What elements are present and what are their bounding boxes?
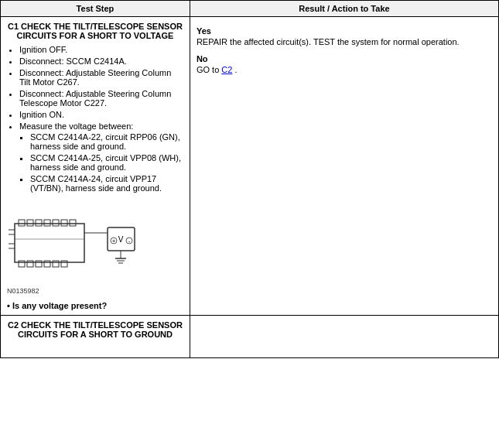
table-row: C1 CHECK THE TILT/TELESCOPE SENSOR CIRCU… — [1, 17, 499, 316]
circuit-diagram: V + - — [7, 200, 162, 286]
list-item: Ignition ON. — [19, 110, 183, 119]
svg-rect-12 — [53, 261, 59, 267]
svg-rect-11 — [44, 261, 50, 267]
svg-rect-7 — [70, 220, 76, 226]
list-item: SCCM C2414A-25, circuit VPP08 (WH), harn… — [30, 153, 183, 172]
svg-rect-9 — [27, 261, 33, 267]
svg-text:V: V — [118, 235, 124, 244]
svg-rect-10 — [36, 261, 42, 267]
svg-rect-4 — [44, 220, 50, 226]
c1-content: Ignition OFF. Disconnect: SCCM C2414A. D… — [7, 45, 183, 193]
c2-link[interactable]: C2 — [221, 65, 232, 74]
list-item: SCCM C2414A-22, circuit RPP06 (GN), harn… — [30, 132, 183, 151]
col-header-result: Result / Action to Take — [190, 1, 498, 17]
diagram-container: V + - N0135982 — [7, 200, 183, 295]
svg-rect-13 — [61, 261, 67, 267]
svg-text:+: + — [112, 238, 116, 245]
svg-rect-3 — [36, 220, 42, 226]
col-header-test-step: Test Step — [1, 1, 190, 17]
svg-rect-5 — [53, 220, 59, 226]
yes-label: Yes — [197, 26, 492, 36]
diagram-label: N0135982 — [7, 287, 39, 295]
c2-result-cell — [190, 316, 498, 358]
svg-rect-0 — [15, 224, 84, 262]
list-item: Measure the voltage between: SCCM C2414A… — [19, 121, 183, 193]
list-item: SCCM C2414A-24, circuit VPP17 (VT/BN), h… — [30, 174, 183, 193]
c1-question: • Is any voltage present? — [7, 301, 183, 310]
svg-rect-2 — [27, 220, 33, 226]
svg-rect-1 — [19, 220, 25, 226]
yes-text: REPAIR the affected circuit(s). TEST the… — [197, 37, 492, 46]
list-item: Disconnect: Adjustable Steering Column T… — [19, 89, 183, 108]
c2-step-cell: C2 CHECK THE TILT/TELESCOPE SENSOR CIRCU… — [1, 316, 190, 358]
no-text: GO to C2 . — [197, 65, 492, 74]
table-row: C2 CHECK THE TILT/TELESCOPE SENSOR CIRCU… — [1, 316, 499, 358]
list-item: Disconnect: SCCM C2414A. — [19, 56, 183, 66]
c1-result-cell: Yes REPAIR the affected circuit(s). TEST… — [190, 17, 498, 316]
svg-rect-8 — [19, 261, 25, 267]
list-item: Disconnect: Adjustable Steering Column T… — [19, 68, 183, 87]
c2-title: C2 CHECK THE TILT/TELESCOPE SENSOR CIRCU… — [7, 320, 183, 339]
svg-rect-6 — [61, 220, 67, 226]
list-item: Ignition OFF. — [19, 45, 183, 54]
c1-title: C1 CHECK THE TILT/TELESCOPE SENSOR CIRCU… — [7, 22, 183, 40]
no-label: No — [197, 54, 492, 63]
c1-step-cell: C1 CHECK THE TILT/TELESCOPE SENSOR CIRCU… — [1, 17, 190, 316]
svg-text:-: - — [128, 238, 131, 245]
main-table: Test Step Result / Action to Take C1 CHE… — [0, 0, 499, 358]
